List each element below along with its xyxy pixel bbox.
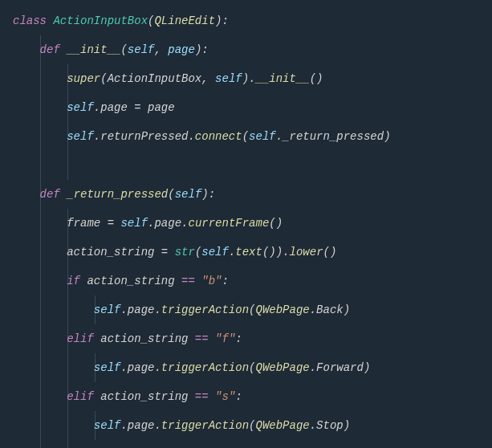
string-literal: "f" bbox=[209, 332, 236, 345]
code-line: elif action_string == "f": bbox=[0, 324, 492, 353]
code-line: elif action_string == "s": bbox=[0, 382, 492, 411]
keyword-elif: elif bbox=[67, 390, 94, 403]
keyword-class: class bbox=[13, 14, 47, 27]
keyword-if: if bbox=[67, 275, 80, 287]
keyword-def: def bbox=[40, 43, 60, 56]
self-param: self bbox=[128, 43, 155, 56]
code-line: self.returnPressed.connect(self._return_… bbox=[0, 122, 492, 151]
method-name: _return_pressed bbox=[67, 188, 168, 201]
code-line: def __init__(self, page): bbox=[0, 35, 492, 64]
blank-line bbox=[0, 151, 492, 180]
code-line: super(ActionInputBox, self).__init__() bbox=[0, 64, 492, 93]
code-line: def _return_pressed(self): bbox=[0, 180, 492, 209]
builtin-str: str bbox=[175, 246, 195, 259]
param: page bbox=[168, 43, 195, 56]
code-line: frame = self.page.currentFrame() bbox=[0, 209, 492, 238]
code-line: if action_string == "b": bbox=[0, 267, 492, 295]
keyword-def: def bbox=[40, 188, 60, 201]
code-editor[interactable]: class ActionInputBox(QLineEdit): def __i… bbox=[0, 6, 492, 440]
method-name: __init__ bbox=[67, 43, 120, 56]
code-line: self.page.triggerAction(QWebPage.Forward… bbox=[0, 353, 492, 382]
code-line: class ActionInputBox(QLineEdit): bbox=[0, 6, 492, 35]
class-name: ActionInputBox bbox=[53, 14, 148, 27]
code-line: action_string = str(self.text()).lower() bbox=[0, 238, 492, 267]
keyword-elif: elif bbox=[67, 332, 94, 345]
string-literal: "b" bbox=[195, 275, 222, 287]
code-line: self.page.triggerAction(QWebPage.Stop) bbox=[0, 411, 492, 440]
code-line: self.page.triggerAction(QWebPage.Back) bbox=[0, 295, 492, 324]
string-literal: "s" bbox=[209, 390, 236, 403]
base-class: QLineEdit bbox=[154, 14, 215, 27]
super-call: super bbox=[67, 72, 100, 85]
code-line: self.page = page bbox=[0, 93, 492, 122]
